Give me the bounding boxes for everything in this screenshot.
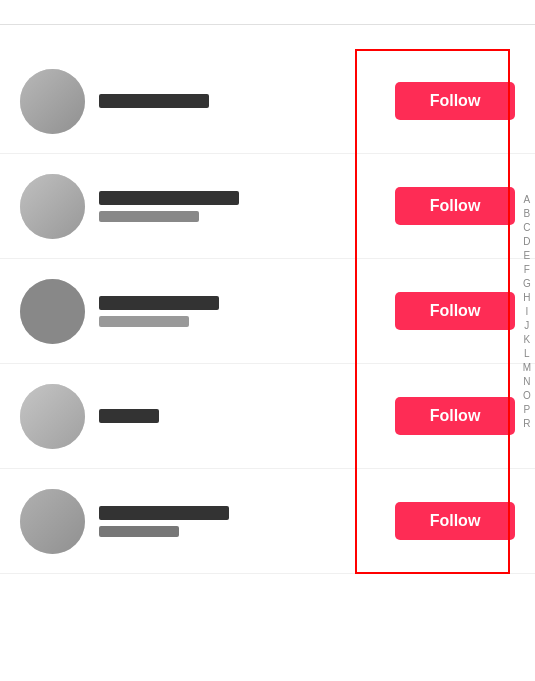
alpha-letter[interactable]: L xyxy=(524,347,530,361)
alpha-letter[interactable]: F xyxy=(524,263,530,277)
contact-info xyxy=(99,409,385,423)
follow-button[interactable]: Follow xyxy=(395,502,515,540)
contact-item: Follow xyxy=(0,469,535,574)
alphabet-index: ABCDEFGHIJKLMNOPR xyxy=(523,49,531,574)
contact-name-bar xyxy=(99,409,159,423)
follow-button[interactable]: Follow xyxy=(395,397,515,435)
alpha-letter[interactable]: I xyxy=(525,305,528,319)
alpha-letter[interactable]: E xyxy=(523,249,530,263)
contact-sub-bar xyxy=(99,211,199,222)
alpha-letter[interactable]: B xyxy=(523,207,530,221)
alpha-letter[interactable]: K xyxy=(523,333,530,347)
contact-info xyxy=(99,94,385,108)
contacts-list: Follow Follow Follow xyxy=(0,49,535,574)
follow-button[interactable]: Follow xyxy=(395,187,515,225)
avatar xyxy=(20,69,85,134)
contact-name-bar xyxy=(99,506,229,520)
contacts-page: Follow Follow Follow xyxy=(0,49,535,574)
contact-info xyxy=(99,296,385,327)
contact-info xyxy=(99,191,385,222)
avatar xyxy=(20,279,85,344)
contact-item: Follow xyxy=(0,154,535,259)
alpha-letter[interactable]: J xyxy=(524,319,529,333)
alpha-letter[interactable]: R xyxy=(523,417,530,431)
alpha-letter[interactable]: P xyxy=(523,403,530,417)
contact-item: Follow xyxy=(0,49,535,154)
avatar xyxy=(20,384,85,449)
contact-name-bar xyxy=(99,191,239,205)
contact-item: Follow xyxy=(0,364,535,469)
contact-name-bar xyxy=(99,296,219,310)
alpha-letter[interactable]: M xyxy=(523,361,531,375)
avatar xyxy=(20,489,85,554)
contact-sub-bar xyxy=(99,316,189,327)
alpha-letter[interactable]: N xyxy=(523,375,530,389)
avatar xyxy=(20,174,85,239)
follow-button[interactable]: Follow xyxy=(395,82,515,120)
contact-item: Follow xyxy=(0,259,535,364)
contact-name-bar xyxy=(99,94,209,108)
alpha-letter[interactable]: C xyxy=(523,221,530,235)
section-label xyxy=(0,25,535,49)
contact-info xyxy=(99,506,385,537)
alpha-letter[interactable]: G xyxy=(523,277,531,291)
alpha-letter[interactable]: O xyxy=(523,389,531,403)
follow-button[interactable]: Follow xyxy=(395,292,515,330)
header xyxy=(0,0,535,25)
alpha-letter[interactable]: D xyxy=(523,235,530,249)
contact-sub-bar xyxy=(99,526,179,537)
alpha-letter[interactable]: H xyxy=(523,291,530,305)
alpha-letter[interactable]: A xyxy=(523,193,530,207)
